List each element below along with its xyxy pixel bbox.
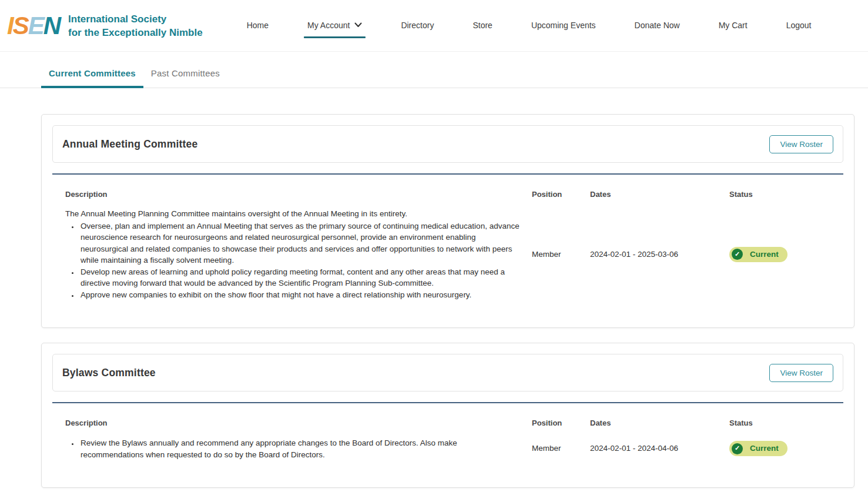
nav-label: Store (472, 21, 492, 30)
membership-table: Description Position Dates Status The An… (52, 175, 843, 327)
tab-past-committees[interactable]: Past Committees (143, 61, 227, 88)
nav-item-store[interactable]: Store (472, 14, 492, 38)
status-badge-label: Current (750, 249, 779, 260)
description-bullets: Oversee, plan and implement an Annual Me… (65, 220, 520, 301)
description-bullet: Approve new companies to exhibit on the … (79, 289, 520, 301)
logo-letter: N (43, 12, 60, 39)
active-nav-underline (304, 36, 366, 38)
logo-letter: E (28, 12, 43, 39)
nav-item-donate-now[interactable]: Donate Now (635, 14, 680, 38)
org-name: International Society for the Exceptiona… (68, 12, 203, 39)
nav-label: Logout (786, 21, 812, 30)
nav-item-my-account[interactable]: My Account (307, 14, 362, 38)
nav-item-home[interactable]: Home (247, 14, 269, 38)
nav-item-my-cart[interactable]: My Cart (719, 14, 748, 38)
committees-tabs: Current Committees Past Committees (0, 61, 868, 88)
table-header-row: Description Position Dates Status (65, 419, 830, 427)
table-header-row: Description Position Dates Status (65, 190, 830, 199)
status-badge: ✓ Current (729, 441, 787, 456)
nav-label: Home (247, 21, 269, 30)
description-bullets: Review the Bylaws annually and recommend… (65, 437, 520, 460)
nav-label: Upcoming Events (531, 21, 596, 30)
nav-label: Directory (401, 21, 434, 30)
col-header-dates: Dates (590, 419, 729, 427)
status-badge: ✓ Current (729, 247, 787, 262)
checkmark-icon: ✓ (732, 443, 743, 454)
top-navigation-bar: ISEN International Society for the Excep… (0, 0, 868, 52)
status-cell: ✓ Current (729, 247, 830, 262)
nav-item-directory[interactable]: Directory (401, 14, 434, 38)
committee-card-header: Annual Meeting Committee View Roster (52, 125, 843, 163)
col-header-position: Position (532, 419, 590, 427)
committee-description: The Annual Meeting Planning Committee ma… (65, 208, 532, 300)
committee-name: Bylaws Committee (62, 367, 156, 379)
checkmark-icon: ✓ (732, 249, 743, 260)
position-value: Member (532, 249, 590, 260)
nav-label: My Account (307, 21, 350, 30)
committee-name: Annual Meeting Committee (62, 138, 197, 150)
chevron-down-icon (354, 22, 362, 28)
committees-list: Annual Meeting Committee View Roster Des… (0, 88, 868, 492)
view-roster-button[interactable]: View Roster (769, 364, 833, 382)
nav-item-logout[interactable]: Logout (786, 14, 812, 38)
main-nav: Home My Account Directory Store Upcoming… (227, 14, 831, 38)
committee-card-bylaws: Bylaws Committee View Roster Description… (41, 343, 854, 488)
nav-item-upcoming-events[interactable]: Upcoming Events (531, 14, 596, 38)
col-header-status: Status (729, 190, 830, 199)
nav-label: Donate Now (635, 21, 680, 30)
view-roster-button[interactable]: View Roster (769, 135, 833, 153)
col-header-position: Position (532, 190, 590, 199)
tab-current-committees[interactable]: Current Committees (41, 61, 143, 88)
description-bullet: Oversee, plan and implement an Annual Me… (79, 220, 520, 266)
dates-value: 2024-02-01 - 2025-03-06 (590, 249, 729, 260)
membership-row: Review the Bylaws annually and recommend… (65, 437, 830, 460)
position-value: Member (532, 443, 590, 454)
membership-row: The Annual Meeting Planning Committee ma… (65, 208, 830, 300)
committee-card-header: Bylaws Committee View Roster (52, 354, 843, 391)
description-intro: The Annual Meeting Planning Committee ma… (65, 208, 520, 220)
status-cell: ✓ Current (729, 441, 830, 456)
description-bullet: Develop new areas of learning and uphold… (79, 266, 520, 289)
col-header-dates: Dates (590, 190, 729, 199)
nav-label: My Cart (719, 21, 748, 30)
col-header-description: Description (65, 190, 532, 199)
committee-card-annual-meeting: Annual Meeting Committee View Roster Des… (41, 114, 854, 328)
logo-letter: S (13, 12, 28, 39)
org-name-line1: International Society (68, 13, 203, 26)
org-name-line2: for the Exceptionally Nimble (68, 26, 203, 39)
membership-table: Description Position Dates Status Review… (52, 403, 843, 487)
logo-letter: I (7, 12, 13, 39)
col-header-status: Status (729, 419, 830, 427)
isen-logo-mark: ISEN (7, 14, 68, 38)
description-bullet: Review the Bylaws annually and recommend… (79, 437, 520, 460)
status-badge-label: Current (750, 443, 779, 454)
col-header-description: Description (65, 419, 532, 427)
isen-logo[interactable]: ISEN International Society for the Excep… (7, 12, 203, 39)
committee-description: Review the Bylaws annually and recommend… (65, 437, 532, 460)
dates-value: 2024-02-01 - 2024-04-06 (590, 443, 729, 454)
